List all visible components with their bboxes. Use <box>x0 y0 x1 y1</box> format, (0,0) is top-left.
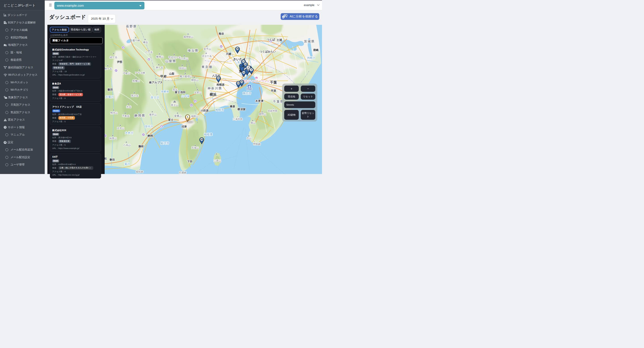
svg-text:P: P <box>105 135 106 137</box>
svg-text:石廊崎: 石廊崎 <box>179 171 186 174</box>
svg-text:AI: AI <box>283 16 284 18</box>
svg-text:霧ケ峰: 霧ケ峰 <box>132 39 140 42</box>
svg-text:光岳: 光岳 <box>126 105 131 108</box>
svg-text:東京ディズニーランド: 東京ディズニーランド <box>242 80 270 83</box>
svg-text:32: 32 <box>217 77 220 79</box>
svg-text:三原山: 三原山 <box>214 159 221 162</box>
svg-text:相模灘: 相模灘 <box>204 133 212 136</box>
svg-text:南アルプス: 南アルプス <box>149 81 162 84</box>
svg-text:神奈川県: 神奈川県 <box>207 87 222 90</box>
svg-text:伊那: 伊那 <box>117 60 122 63</box>
svg-text:甲府: 甲府 <box>160 75 166 78</box>
svg-text:P: P <box>143 134 144 136</box>
svg-text:静岡: 静岡 <box>148 134 153 137</box>
svg-text:大山: 大山 <box>246 137 251 139</box>
svg-text:本栖湖: 本栖湖 <box>161 90 169 93</box>
svg-text:雁ガ腹摺山: 雁ガ腹摺山 <box>180 75 192 78</box>
svg-text:17: 17 <box>242 60 245 63</box>
svg-text:房総半島: 房総半島 <box>268 109 278 112</box>
svg-text:土浦: 土浦 <box>276 38 282 41</box>
svg-text:鹿嶋: 鹿嶋 <box>313 48 318 52</box>
svg-text:安倍川: 安倍川 <box>145 125 153 128</box>
svg-text:伊豆ケ岳: 伊豆ケ岳 <box>202 55 212 57</box>
svg-text:戸倉山: 戸倉山 <box>123 72 130 75</box>
svg-text:横岳: 横岳 <box>143 41 148 43</box>
svg-text:アサヨ峰: アサヨ峰 <box>135 71 145 74</box>
svg-text:28: 28 <box>236 47 239 50</box>
svg-text:熊伏山: 熊伏山 <box>110 111 118 114</box>
svg-text:八ケ岳: 八ケ岳 <box>145 51 152 53</box>
svg-text:33: 33 <box>237 82 240 84</box>
svg-text:鎌倉: 鎌倉 <box>230 105 236 108</box>
svg-text:千葉: 千葉 <box>270 80 277 84</box>
svg-text:経ケ岳: 経ケ岳 <box>110 56 117 58</box>
svg-text:不動岳: 不動岳 <box>122 115 130 117</box>
svg-text:山梨県: 山梨県 <box>165 59 176 63</box>
svg-text:権現山: 権現山 <box>191 79 198 81</box>
svg-text:天竜川: 天竜川 <box>105 95 114 99</box>
svg-text:山中湖: 山中湖 <box>181 95 190 98</box>
svg-text:駒ケ岳: 駒ケ岳 <box>105 67 112 70</box>
svg-text:2: 2 <box>248 66 249 68</box>
svg-text:大室山: 大室山 <box>194 91 202 94</box>
svg-text:18: 18 <box>244 63 247 65</box>
svg-text:相模湾: 相模湾 <box>215 108 224 111</box>
svg-text:P: P <box>116 69 117 72</box>
svg-text:甲武信ケ岳: 甲武信ケ岳 <box>168 56 181 59</box>
svg-text:松: 松 <box>105 157 107 160</box>
svg-text:静岡県: 静岡県 <box>134 114 146 117</box>
svg-text:愛鷹山: 愛鷹山 <box>174 115 182 117</box>
svg-text:富士吉田: 富士吉田 <box>175 91 186 94</box>
svg-text:黒岳: 黒岳 <box>173 88 178 91</box>
svg-text:八高山: 八高山 <box>124 144 131 146</box>
svg-text:東京湾: 東京湾 <box>242 92 251 95</box>
svg-text:富士川: 富士川 <box>151 96 159 99</box>
svg-text:11: 11 <box>242 71 245 73</box>
svg-text:小田原: 小田原 <box>200 109 209 112</box>
svg-text:秋葉山: 秋葉山 <box>110 137 117 140</box>
svg-text:横尾山: 横尾山 <box>156 55 164 58</box>
svg-text:御荷鉾山: 御荷鉾山 <box>183 35 194 38</box>
svg-text:3: 3 <box>251 68 252 71</box>
svg-text:菊川: 菊川 <box>124 162 130 166</box>
svg-text:富士: 富士 <box>168 118 174 121</box>
svg-text:つくばみらい: つくばみらい <box>259 50 276 53</box>
svg-text:横浜: 横浜 <box>210 92 217 97</box>
svg-text:木更津: 木更津 <box>255 99 264 103</box>
svg-text:富士山: 富士山 <box>171 104 178 106</box>
svg-text:31: 31 <box>240 80 243 83</box>
svg-text:利根川: 利根川 <box>307 56 315 59</box>
svg-text:飯田: 飯田 <box>107 88 113 91</box>
svg-text:川越: 川越 <box>226 52 231 55</box>
svg-text:東京都: 東京都 <box>201 65 213 69</box>
svg-text:駿河湾: 駿河湾 <box>160 142 169 145</box>
svg-text:鹿野山: 鹿野山 <box>259 113 266 116</box>
svg-text:茨城県: 茨城県 <box>304 40 315 43</box>
svg-text:鋸山: 鋸山 <box>251 121 256 124</box>
svg-text:箱根山: 箱根山 <box>191 115 198 118</box>
svg-text:篠井山: 篠井山 <box>149 113 157 116</box>
svg-text:26: 26 <box>200 138 203 141</box>
svg-text:長野県: 長野県 <box>126 25 137 28</box>
svg-text:磐田: 磐田 <box>109 158 115 161</box>
svg-text:1: 1 <box>187 116 188 118</box>
svg-text:御前崎: 御前崎 <box>136 171 143 173</box>
svg-text:HND: HND <box>246 88 252 91</box>
svg-text:茅ケ岳: 茅ケ岳 <box>156 66 163 69</box>
svg-text:市原: 市原 <box>270 89 276 92</box>
svg-text:熊谷: 熊谷 <box>219 32 224 35</box>
svg-text:埼玉県: 埼玉県 <box>188 49 199 52</box>
svg-text:沼津: 沼津 <box>181 125 187 128</box>
svg-text:京丸山: 京丸山 <box>117 127 124 130</box>
svg-text:横須賀: 横須賀 <box>237 108 246 111</box>
svg-text:?: ? <box>4 126 6 128</box>
svg-text:大井川: 大井川 <box>125 131 133 135</box>
svg-text:下田: 下田 <box>187 160 192 163</box>
svg-text:鶏冠山: 鶏冠山 <box>179 67 186 69</box>
svg-text:山梨: 山梨 <box>169 72 174 75</box>
svg-text:黒檜山: 黒檜山 <box>132 80 140 82</box>
svg-text:白石山: 白石山 <box>181 57 188 60</box>
svg-text:つくば: つくば <box>266 38 275 41</box>
svg-text:堂平山: 堂平山 <box>204 48 211 50</box>
svg-text:相模原: 相模原 <box>216 83 224 86</box>
